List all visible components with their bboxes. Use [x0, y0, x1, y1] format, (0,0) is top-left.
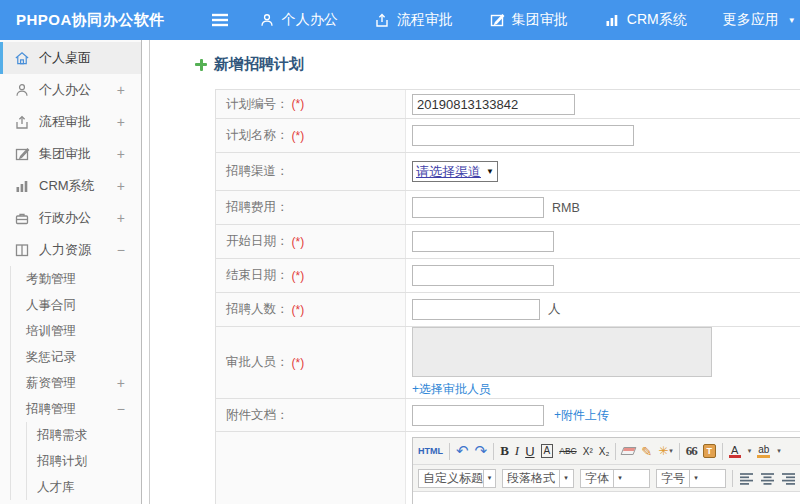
caret-down-icon: ▾	[483, 470, 495, 487]
char-border-button[interactable]: A	[541, 444, 554, 458]
expand-toggle[interactable]: +	[117, 375, 125, 391]
top-menu-crm[interactable]: CRM系统	[604, 11, 687, 29]
form-row-headcount: 招聘人数： (*) 人	[216, 293, 800, 327]
align-center-button[interactable]	[760, 472, 775, 485]
caret-down-icon: ▾	[559, 470, 572, 487]
sidebar-item-group-approval[interactable]: 集团审批 +	[0, 138, 141, 170]
upload-attachment-link[interactable]: +附件上传	[554, 407, 609, 424]
quick-style-button[interactable]: ✳▾	[658, 444, 673, 458]
field-label: 招聘渠道：	[216, 153, 406, 190]
field-label: 计划编号： (*)	[216, 90, 406, 118]
sidebar-subitem-talent-pool[interactable]: 人才库	[27, 474, 141, 500]
recruit-plan-form: 计划编号： (*) 计划名称： (*) 招聘渠道：	[215, 89, 800, 504]
subscript-button[interactable]: X₂	[599, 446, 610, 457]
sidebar-scrollbar[interactable]	[141, 40, 149, 504]
label-text: 结束日期：	[226, 267, 289, 284]
recruitment-submenu: 招聘需求 招聘计划 人才库	[26, 422, 141, 500]
attachment-input[interactable]	[412, 405, 544, 426]
topbar: PHPOA协同办公软件 个人办公 流程审批 集团审批 CRM系统 更多应用 ▼	[0, 0, 800, 40]
unit-suffix: 人	[548, 301, 561, 318]
expand-toggle[interactable]: +	[117, 82, 125, 98]
align-left-button[interactable]	[739, 472, 754, 485]
underline-button[interactable]: U	[525, 444, 534, 459]
font-family-select[interactable]: 字体 ▾	[580, 469, 650, 488]
required-marker: (*)	[292, 356, 305, 370]
sidebar-subitem-personnel-contract[interactable]: 人事合同	[11, 292, 141, 318]
top-menu-workflow-approval[interactable]: 流程审批	[374, 11, 453, 29]
expand-toggle[interactable]: +	[117, 114, 125, 130]
briefcase-icon	[14, 210, 30, 226]
top-menu-label: CRM系统	[627, 11, 687, 29]
heading-select[interactable]: 自定义标题 ▾	[418, 469, 496, 488]
top-menu-more-apps[interactable]: 更多应用 ▼	[723, 11, 796, 29]
align-right-button[interactable]	[781, 472, 796, 485]
select-approvers-link[interactable]: +选择审批人员	[412, 381, 491, 398]
sidebar-subitem-reward-punishment[interactable]: 奖惩记录	[11, 344, 141, 370]
redo-button[interactable]: ↷	[475, 442, 488, 460]
field-label: 招聘人数： (*)	[216, 293, 406, 326]
cost-input[interactable]	[412, 197, 544, 218]
sidebar-item-personal-office[interactable]: 个人办公 +	[0, 74, 141, 106]
editor-content-area[interactable]	[413, 492, 800, 504]
plan-no-input[interactable]	[412, 94, 575, 115]
superscript-button[interactable]: X²	[583, 446, 593, 457]
sidebar: 个人桌面 个人办公 + 流程审批 + 集团审批 + CRM系统 +	[0, 40, 150, 504]
html-source-button[interactable]: HTML	[418, 446, 443, 456]
sidebar-item-personal-desktop[interactable]: 个人桌面	[0, 42, 141, 74]
caret-down-icon: ▾	[748, 447, 752, 455]
font-size-select[interactable]: 字号 ▾	[656, 469, 726, 488]
richtext-editor: HTML ↶ ↷ B I U A ABC X² X₂	[412, 437, 800, 504]
sidebar-subitem-recruitment[interactable]: 招聘管理 −	[11, 396, 141, 422]
top-menu-personal-office[interactable]: 个人办公	[259, 11, 338, 29]
approvers-textarea[interactable]	[412, 327, 712, 377]
sidebar-item-label: 个人办公	[39, 81, 91, 99]
align-center-icon	[760, 472, 775, 485]
label-text: 计划名称：	[226, 127, 289, 144]
plan-name-input[interactable]	[412, 125, 634, 146]
label-text: 开始日期：	[226, 233, 289, 250]
channel-select[interactable]: 请选择渠道 ▼	[412, 161, 498, 182]
sidebar-subitem-training[interactable]: 培训管理	[11, 318, 141, 344]
editor-toolbar-row1: HTML ↶ ↷ B I U A ABC X² X₂	[413, 438, 800, 465]
blockquote-button[interactable]: 66	[686, 443, 697, 459]
sidebar-item-crm[interactable]: CRM系统 +	[0, 170, 141, 202]
sidebar-item-hr[interactable]: 人力资源 −	[0, 234, 141, 266]
remove-format-button[interactable]	[622, 447, 635, 455]
expand-toggle[interactable]: +	[117, 210, 125, 226]
sidebar-item-admin-office[interactable]: 行政办公 +	[0, 202, 141, 234]
bold-button[interactable]: B	[500, 443, 509, 459]
start-date-input[interactable]	[412, 231, 554, 252]
end-date-input[interactable]	[412, 265, 554, 286]
select-label: 自定义标题	[419, 470, 483, 487]
paragraph-format-select[interactable]: 段落格式 ▾	[502, 469, 574, 488]
paste-as-text-button[interactable]: T	[703, 444, 716, 458]
page-title-text: 新增招聘计划	[214, 55, 304, 74]
strikethrough-button[interactable]: ABC	[559, 446, 576, 456]
color-bar	[729, 455, 741, 458]
italic-button[interactable]: I	[515, 443, 519, 459]
format-brush-button[interactable]: ✎	[641, 444, 652, 459]
sidebar-item-workflow-approval[interactable]: 流程审批 +	[0, 106, 141, 138]
expand-toggle[interactable]: +	[117, 178, 125, 194]
hamburger-menu-icon[interactable]	[211, 13, 229, 27]
sidebar-subitem-recruit-demand[interactable]: 招聘需求	[27, 422, 141, 448]
required-marker: (*)	[292, 129, 305, 143]
expand-toggle[interactable]: +	[117, 146, 125, 162]
headcount-input[interactable]	[412, 299, 540, 320]
form-row-plan-name: 计划名称： (*)	[216, 119, 800, 153]
person-icon	[14, 82, 30, 98]
top-menu-group-approval[interactable]: 集团审批	[489, 11, 568, 29]
sidebar-subitem-attendance[interactable]: 考勤管理	[11, 266, 141, 292]
expand-toggle[interactable]: −	[117, 401, 125, 417]
editor-toolbar-row2: 自定义标题 ▾ 段落格式 ▾ 字体 ▾	[413, 465, 800, 492]
expand-toggle[interactable]: −	[117, 242, 125, 258]
edit-square-icon	[489, 12, 505, 28]
sidebar-subitem-salary[interactable]: 薪资管理 +	[11, 370, 141, 396]
undo-button[interactable]: ↶	[456, 442, 469, 460]
select-label: 段落格式	[503, 470, 559, 487]
font-color-button[interactable]: A	[729, 445, 741, 458]
currency-suffix: RMB	[552, 201, 580, 215]
sidebar-subitem-recruit-plan[interactable]: 招聘计划	[27, 448, 141, 474]
highlight-color-button[interactable]: ab	[757, 445, 770, 458]
toolbar-separator	[732, 470, 733, 487]
